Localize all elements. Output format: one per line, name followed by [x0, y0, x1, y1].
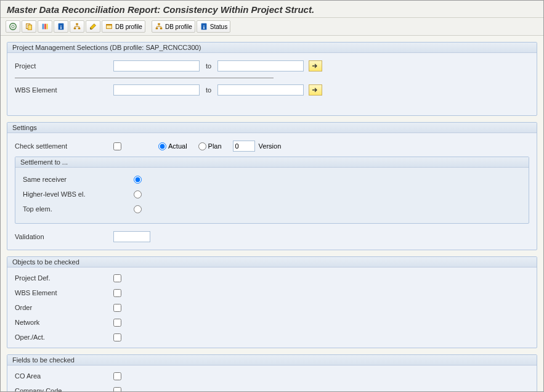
db-profile-menu-label: DB profile: [165, 23, 192, 30]
divider: [15, 78, 274, 78]
top-elem-radio[interactable]: [134, 205, 142, 213]
company-code-label: Company Code: [15, 387, 113, 392]
svg-rect-13: [107, 25, 112, 26]
top-elem-label: Top elem.: [23, 205, 134, 213]
project-to-input[interactable]: [217, 60, 304, 71]
svg-point-0: [10, 23, 17, 30]
svg-rect-9: [76, 23, 78, 25]
group-title-settings: Settings: [7, 123, 537, 133]
version-input[interactable]: [233, 141, 255, 152]
project-label: Project: [15, 62, 113, 70]
actual-radio[interactable]: [158, 142, 166, 150]
co-area-label: CO Area: [15, 372, 113, 380]
wbs-to-text: to: [206, 86, 211, 94]
toolbar: i DB profile DB profile i Status: [1, 18, 543, 36]
db-profile-menu-button[interactable]: DB profile: [152, 20, 195, 33]
group-objects: Objects to be checked Project Def. WBS E…: [7, 256, 537, 348]
group-title-objects: Objects to be checked: [7, 257, 537, 267]
version-label: Version: [259, 142, 282, 150]
structure-button[interactable]: [70, 20, 84, 33]
svg-rect-10: [74, 28, 76, 30]
project-from-input[interactable]: [113, 60, 200, 71]
network-checkbox[interactable]: [113, 319, 121, 327]
oper-act-label: Oper./Act.: [15, 333, 113, 341]
higher-level-label: Higher-level WBS el.: [23, 190, 134, 198]
project-multiple-selection-button[interactable]: [309, 60, 322, 71]
status-menu-label: Status: [210, 23, 227, 30]
order-checkbox[interactable]: [113, 304, 121, 312]
proj-def-label: Project Def.: [15, 274, 113, 282]
layout-button[interactable]: [38, 20, 52, 33]
edit-button[interactable]: [86, 20, 100, 33]
group-fields: Fields to be checked CO Area Company Cod…: [7, 354, 537, 392]
wbs-multiple-selection-button[interactable]: [309, 84, 322, 96]
validation-input[interactable]: [113, 231, 150, 242]
group-project-selections: Project Management Selections (DB profil…: [7, 42, 537, 116]
svg-rect-14: [158, 23, 160, 25]
validation-label: Validation: [15, 233, 113, 240]
svg-rect-5: [44, 24, 46, 30]
proj-def-checkbox[interactable]: [113, 274, 121, 282]
order-label: Order: [15, 304, 113, 311]
plan-radio[interactable]: [198, 142, 206, 150]
wbs-label: WBS Element: [15, 86, 113, 94]
svg-rect-11: [78, 28, 81, 30]
page-title: Master Data Reconciliation Report: Consi…: [1, 1, 543, 18]
svg-rect-16: [160, 28, 163, 30]
same-receiver-label: Same receiver: [23, 176, 134, 183]
project-to-text: to: [206, 62, 211, 70]
svg-rect-4: [43, 24, 44, 30]
svg-rect-6: [47, 24, 48, 30]
check-settlement-checkbox[interactable]: [113, 142, 121, 150]
wbs-from-input[interactable]: [113, 84, 200, 96]
oper-act-checkbox[interactable]: [113, 333, 121, 341]
co-area-checkbox[interactable]: [113, 372, 121, 380]
wbs-element-label: WBS Element: [15, 289, 113, 296]
group-title-fields: Fields to be checked: [7, 355, 537, 365]
group-settings: Settings Check settlement Actual Plan Ve…: [7, 122, 537, 250]
info-button[interactable]: i: [54, 20, 68, 33]
wbs-element-checkbox[interactable]: [113, 289, 121, 297]
higher-level-radio[interactable]: [134, 190, 142, 198]
actual-label: Actual: [168, 142, 187, 150]
variant-get-button[interactable]: [22, 20, 36, 33]
same-receiver-radio[interactable]: [134, 176, 142, 184]
company-code-checkbox[interactable]: [113, 387, 121, 393]
db-profile-button[interactable]: DB profile: [102, 20, 145, 33]
wbs-to-input[interactable]: [217, 84, 304, 96]
network-label: Network: [15, 319, 113, 326]
status-menu-button[interactable]: i Status: [197, 20, 230, 33]
group-title-project-selections: Project Management Selections (DB profil…: [7, 43, 537, 53]
svg-point-1: [12, 25, 14, 28]
group-settlement-to: Settlement to ... Same receiver Higher-l…: [15, 157, 529, 224]
execute-button[interactable]: [6, 20, 20, 33]
svg-rect-15: [156, 28, 158, 30]
group-title-settlement-to: Settlement to ...: [15, 157, 529, 168]
db-profile-button-label: DB profile: [115, 23, 142, 30]
svg-rect-3: [28, 25, 31, 30]
plan-label: Plan: [208, 142, 222, 150]
check-settlement-label: Check settlement: [15, 142, 113, 150]
